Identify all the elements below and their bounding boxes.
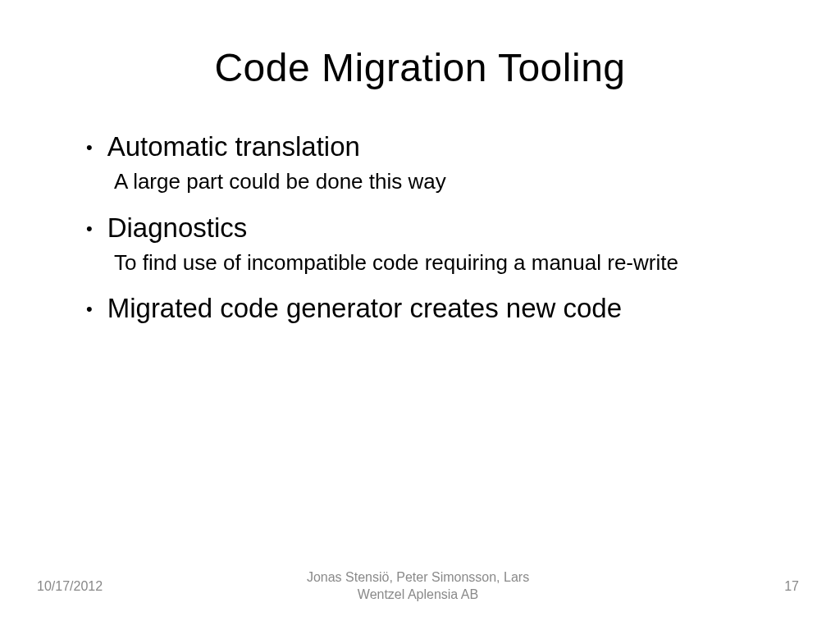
bullet-item: • Diagnostics To find use of incompatibl… [86, 211, 762, 277]
bullet-marker-icon: • [86, 217, 93, 241]
bullet-marker-icon: • [86, 298, 93, 322]
slide-footer: 10/17/2012 Jonas Stensiö, Peter Simonsso… [0, 569, 840, 604]
bullet-main: • Diagnostics [86, 211, 762, 246]
bullet-item: • Migrated code generator creates new co… [86, 291, 762, 326]
footer-page-number: 17 [635, 579, 799, 594]
bullet-item: • Automatic translation A large part cou… [86, 130, 762, 196]
bullet-main: • Migrated code generator creates new co… [86, 291, 762, 326]
bullet-main: • Automatic translation [86, 130, 762, 165]
bullet-marker-icon: • [86, 136, 93, 160]
bullet-sub-text: To find use of incompatible code requiri… [86, 249, 762, 277]
slide: Code Migration Tooling • Automatic trans… [0, 0, 840, 630]
footer-authors: Jonas Stensiö, Peter Simonsson, Lars Wen… [201, 569, 635, 604]
footer-date: 10/17/2012 [37, 579, 201, 594]
slide-title: Code Migration Tooling [78, 45, 762, 90]
bullet-text: Migrated code generator creates new code [107, 291, 622, 326]
bullet-sub-text: A large part could be done this way [86, 168, 762, 196]
bullet-text: Diagnostics [107, 211, 248, 246]
slide-content: • Automatic translation A large part cou… [78, 130, 762, 326]
bullet-text: Automatic translation [107, 130, 360, 165]
